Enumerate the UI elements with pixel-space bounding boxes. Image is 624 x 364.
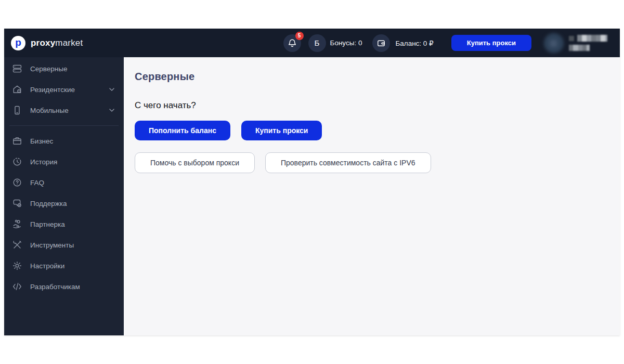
primary-actions-row: Пополнить баланс Купить прокси — [135, 121, 620, 140]
getting-started-heading: С чего начать? — [135, 100, 620, 111]
support-chat-icon — [12, 198, 22, 209]
secondary-actions-row: Помочь с выбором прокси Проверить совмес… — [135, 152, 620, 173]
sidebar-item-instrumenty[interactable]: Инструменты — [4, 235, 124, 255]
sidebar-item-nastroyki[interactable]: Настройки — [4, 255, 124, 276]
user-name-redacted — [569, 35, 607, 51]
top-bar: p proxymarket 5 Б Бонусы: 0 — [4, 29, 620, 57]
bonus-icon: Б — [308, 34, 326, 52]
bonuses-value: Бонусы: 0 — [330, 39, 362, 47]
header-right-group: 5 Б Бонусы: 0 Баланс: 0 ₽ Купить прокс — [283, 33, 620, 53]
bell-icon — [287, 38, 297, 48]
help-choose-proxy-button[interactable]: Помочь с выбором прокси — [135, 152, 255, 173]
mobile-icon — [12, 105, 22, 115]
avatar — [544, 33, 564, 53]
sidebar-item-label: Резидентские — [30, 86, 75, 94]
sidebar-item-mobilnye[interactable]: Мобильные — [4, 100, 124, 121]
sidebar-item-label: Партнерка — [30, 220, 65, 228]
sidebar-item-biznes[interactable]: Бизнес — [4, 131, 124, 151]
partner-hand-icon — [12, 219, 22, 229]
residential-icon — [12, 84, 22, 95]
page-title: Серверные — [135, 71, 620, 83]
sidebar-divider — [9, 125, 119, 126]
sidebar-item-rezidentskie[interactable]: Резидентские — [4, 79, 124, 100]
wallet-icon — [376, 38, 386, 48]
logo[interactable]: p proxymarket — [4, 36, 83, 50]
tools-icon — [12, 240, 22, 250]
sidebar-item-label: Поддержка — [30, 200, 67, 207]
sidebar-item-label: Бизнес — [30, 137, 53, 145]
sidebar-item-podderzhka[interactable]: Поддержка — [4, 193, 124, 214]
app-window: p proxymarket 5 Б Бонусы: 0 — [4, 29, 620, 335]
sidebar-item-label: Инструменты — [30, 241, 74, 249]
buy-proxy-button[interactable]: Купить прокси — [241, 121, 322, 140]
chevron-down-icon — [109, 88, 114, 91]
notification-count-badge: 5 — [295, 32, 304, 40]
briefcase-icon — [12, 136, 22, 146]
sidebar-item-label: История — [30, 158, 57, 166]
logo-text-bold: proxy — [31, 38, 55, 48]
history-icon — [12, 157, 22, 167]
balance-value: Баланс: 0 ₽ — [395, 39, 433, 47]
bonus-letter: Б — [315, 38, 320, 47]
user-subline-redacted — [569, 45, 590, 51]
sidebar-item-istoriya[interactable]: История — [4, 151, 124, 172]
main-content: Серверные С чего начать? Пополнить балан… — [124, 57, 620, 335]
sidebar-item-label: Мобильные — [30, 107, 69, 114]
sidebar-item-label: Серверные — [30, 65, 67, 73]
sidebar: Серверные Резидентские — [4, 57, 124, 335]
user-name-line-redacted — [577, 35, 607, 42]
sidebar-item-label: Настройки — [30, 262, 64, 270]
logo-text: proxymarket — [31, 38, 83, 48]
sidebar-item-partnerka[interactable]: Партнерка — [4, 214, 124, 235]
check-ipv6-compatibility-button[interactable]: Проверить совместимость сайта с IPV6 — [265, 152, 431, 173]
user-flag-redacted — [569, 36, 574, 41]
buy-proxy-header-button[interactable]: Купить прокси — [451, 35, 531, 51]
sidebar-item-label: FAQ — [30, 179, 44, 187]
logo-text-light: market — [55, 38, 83, 48]
sidebar-item-razrabotchikam[interactable]: Разработчикам — [4, 276, 124, 297]
top-up-balance-button[interactable]: Пополнить баланс — [135, 121, 230, 140]
user-menu[interactable] — [544, 33, 607, 53]
sidebar-item-faq[interactable]: FAQ — [4, 172, 124, 193]
sidebar-item-label: Разработчикам — [30, 283, 80, 291]
wallet-icon-circle — [372, 34, 390, 52]
servers-icon — [12, 63, 22, 74]
notifications-button[interactable]: 5 — [283, 34, 301, 52]
proxymarket-logo-icon: p — [11, 36, 25, 50]
question-icon — [12, 177, 22, 188]
gear-icon — [12, 261, 22, 271]
code-icon — [12, 281, 22, 292]
chevron-down-icon — [109, 109, 114, 112]
sidebar-item-servernye[interactable]: Серверные — [4, 58, 124, 79]
